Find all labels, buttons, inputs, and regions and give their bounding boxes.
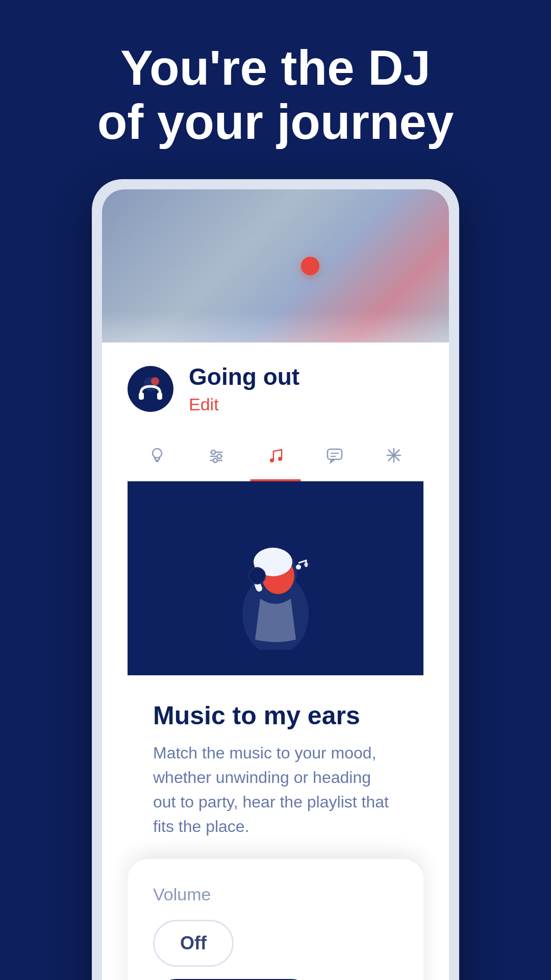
svg-rect-3	[157, 393, 162, 400]
card-title: Going out	[189, 363, 299, 390]
svg-point-29	[304, 562, 308, 567]
svg-point-12	[213, 458, 217, 462]
bulb-icon	[147, 445, 167, 470]
profile-card: Going out Edit	[102, 342, 449, 980]
svg-point-14	[278, 457, 282, 461]
music-subtitle: Match the music to your mood, whether un…	[153, 741, 398, 839]
edit-link[interactable]: Edit	[189, 395, 299, 414]
location-pin	[301, 257, 319, 275]
map-background	[102, 189, 449, 342]
svg-point-28	[296, 565, 301, 570]
svg-point-4	[151, 377, 159, 385]
tab-music[interactable]	[250, 435, 301, 480]
illustration-area	[128, 481, 423, 675]
card-header: Going out Edit	[128, 363, 423, 414]
chat-icon	[324, 445, 345, 470]
svg-point-11	[217, 454, 221, 458]
tab-tune[interactable]	[191, 435, 242, 480]
person-illustration	[219, 507, 332, 650]
tune-icon	[206, 445, 227, 470]
avatar	[128, 366, 173, 412]
tab-chat[interactable]	[309, 435, 360, 480]
phone-screen: Going out Edit	[102, 189, 449, 980]
music-description: Music to my ears Match the music to your…	[128, 675, 423, 859]
card-title-group: Going out Edit	[189, 363, 299, 414]
music-icon	[265, 445, 286, 470]
svg-point-10	[211, 450, 215, 454]
tab-ideas[interactable]	[132, 435, 183, 480]
snowflake-icon	[384, 445, 404, 470]
svg-point-13	[270, 458, 274, 462]
hero-line2: of your journey	[97, 94, 454, 149]
svg-point-27	[249, 568, 265, 584]
hero-title: You're the DJ of your journey	[67, 41, 485, 149]
volume-options: Off Background Pump it	[153, 920, 398, 980]
music-title: Music to my ears	[153, 701, 398, 730]
hero-line1: You're the DJ	[120, 40, 431, 95]
svg-rect-2	[139, 393, 144, 400]
svg-rect-15	[328, 449, 342, 459]
svg-point-5	[153, 449, 162, 458]
phone-mockup: Going out Edit	[92, 179, 459, 980]
avatar-svg	[133, 371, 168, 407]
tab-climate[interactable]	[368, 435, 419, 480]
tab-bar	[128, 435, 423, 481]
svg-point-22	[392, 454, 395, 457]
options-sheet: Volume Off Background Pump it Genre Clas…	[128, 859, 423, 980]
volume-off-btn[interactable]: Off	[153, 920, 234, 967]
volume-label: Volume	[153, 885, 398, 904]
